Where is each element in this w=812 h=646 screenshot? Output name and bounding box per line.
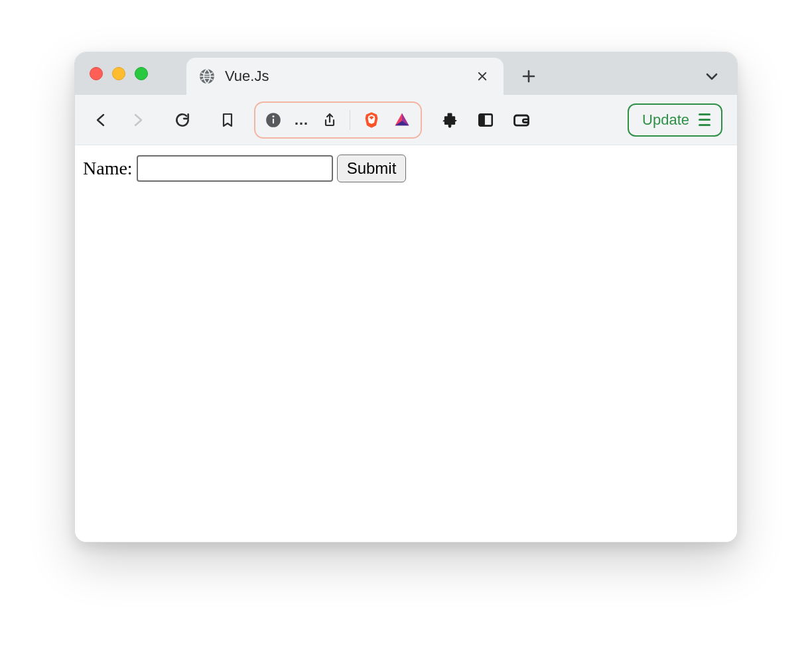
brave-shields-icon[interactable] <box>362 111 381 129</box>
update-label: Update <box>642 111 689 129</box>
forward-button[interactable] <box>123 105 152 135</box>
menu-icon <box>699 113 710 126</box>
tab-close-button[interactable] <box>473 67 492 86</box>
svg-rect-2 <box>273 118 274 123</box>
wallet-button[interactable] <box>507 105 536 135</box>
extensions-button[interactable] <box>435 105 464 135</box>
name-input[interactable] <box>137 155 333 182</box>
brave-rewards-icon[interactable] <box>393 111 411 129</box>
globe-icon <box>198 68 216 85</box>
update-button[interactable]: Update <box>628 103 722 137</box>
tabs-dropdown-button[interactable] <box>701 66 722 87</box>
tab-strip: Vue.Js <box>75 52 737 95</box>
window-controls <box>90 67 148 80</box>
share-icon[interactable] <box>322 112 338 128</box>
back-button[interactable] <box>87 105 116 135</box>
tab-title: Vue.Js <box>225 68 464 85</box>
name-label: Name: <box>83 158 133 179</box>
browser-window: Vue.Js <box>74 52 738 543</box>
reload-button[interactable] <box>168 105 197 135</box>
window-close-button[interactable] <box>90 67 103 80</box>
svg-rect-5 <box>479 114 485 125</box>
window-maximize-button[interactable] <box>135 67 148 80</box>
browser-toolbar: … <box>75 95 737 145</box>
site-info-icon[interactable] <box>265 111 282 129</box>
name-form: Name: Submit <box>83 155 729 182</box>
window-minimize-button[interactable] <box>112 67 125 80</box>
sidepanel-button[interactable] <box>471 105 500 135</box>
address-bar-cluster[interactable]: … <box>254 101 422 139</box>
bookmark-button[interactable] <box>213 105 242 135</box>
divider <box>350 110 350 130</box>
svg-rect-6 <box>515 115 529 125</box>
page-content: Name: Submit <box>75 145 737 542</box>
browser-tab[interactable]: Vue.Js <box>186 58 504 95</box>
more-icon[interactable]: … <box>294 111 310 129</box>
svg-point-3 <box>272 115 274 117</box>
new-tab-button[interactable] <box>510 58 547 95</box>
submit-button[interactable]: Submit <box>337 155 407 182</box>
